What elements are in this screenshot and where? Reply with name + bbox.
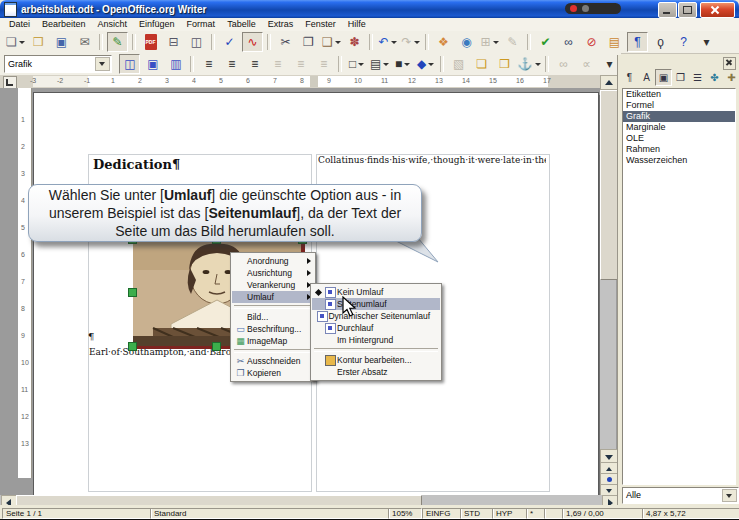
page-preview-icon[interactable]: ◫ (186, 32, 207, 52)
insert-table-icon[interactable]: ⊞ (479, 32, 500, 52)
paste-icon[interactable]: ❑ (321, 32, 342, 52)
page-styles-icon[interactable]: ❐ (672, 69, 689, 86)
edit-file-icon[interactable]: ✎ (107, 32, 128, 52)
wrap-dynamic-item[interactable]: Dynamischer Seitenumlauf (312, 310, 440, 322)
borders-icon[interactable]: □ (346, 54, 367, 74)
anchor-icon[interactable]: ⚓ (517, 54, 541, 74)
status-size[interactable]: 4,87 x 5,72 (642, 508, 739, 519)
wrap-page-item[interactable]: Seitenumlauf (312, 298, 440, 310)
minimize-button[interactable] (658, 2, 677, 18)
chevron-down-icon[interactable] (722, 489, 737, 502)
status-selection-mode[interactable]: STD (460, 508, 494, 519)
document-heading[interactable]: Dedication¶ (93, 157, 180, 172)
border-color-icon[interactable]: ■ (392, 54, 413, 74)
hyperlink-icon[interactable]: ◉ (456, 32, 477, 52)
nonprinting-chars-icon[interactable]: ¶ (627, 32, 648, 52)
wrap-background-item[interactable]: Im Hintergrund (312, 334, 440, 346)
resize-handle[interactable] (212, 342, 221, 351)
bring-to-front-icon[interactable]: ❏ (471, 54, 492, 74)
format-paintbrush-icon[interactable]: ✽ (344, 32, 365, 52)
graphics-mode-icon[interactable]: ▧ (448, 54, 469, 74)
find-replace-icon[interactable]: ∞ (558, 32, 579, 52)
status-position[interactable]: 1,69 / 0,00 (562, 508, 644, 519)
menu-hilfe[interactable]: Hilfe (342, 18, 372, 31)
new-document-icon[interactable]: ❏ (5, 32, 26, 52)
ctx-kopieren[interactable]: ❐Kopieren (232, 367, 314, 379)
toolbar-overflow-icon[interactable]: ▾ (696, 32, 717, 52)
vertical-ruler[interactable]: 12345678910111213 (18, 88, 32, 478)
ctx-verankerung[interactable]: Verankerung (232, 279, 314, 291)
status-hyperlink-mode[interactable]: HYP (492, 508, 528, 519)
style-list-item[interactable]: Etiketten (623, 89, 735, 100)
menu-ansicht[interactable]: Ansicht (92, 18, 134, 31)
gallery-icon[interactable]: ❖ (433, 32, 454, 52)
menu-einfuegen[interactable]: Einfügen (133, 18, 181, 31)
draw-functions-icon[interactable]: ✎ (502, 32, 523, 52)
align-right-icon[interactable]: ≡ (244, 54, 265, 74)
align-center-icon[interactable]: ≡ (221, 54, 242, 74)
style-list-item[interactable]: OLE (623, 133, 735, 144)
export-pdf-icon[interactable]: PDF (140, 32, 161, 52)
menu-bearbeiten[interactable]: Bearbeiten (36, 18, 92, 31)
email-icon[interactable]: ✉ (74, 32, 95, 52)
frame-style-combo[interactable]: Grafik (4, 55, 112, 73)
style-list-item[interactable]: Marginale (623, 122, 735, 133)
style-list-item[interactable]: Formel (623, 100, 735, 111)
align-middle-icon[interactable]: ≡ (290, 54, 311, 74)
print-icon[interactable]: ⊟ (163, 32, 184, 52)
scroll-up-button[interactable] (600, 75, 618, 90)
fill-format-icon[interactable]: ✤ (706, 69, 723, 86)
datasources-icon[interactable]: ▤ (604, 32, 625, 52)
wrap-page-icon[interactable]: ▣ (142, 54, 163, 74)
ctx-anordnung[interactable]: Anordnung (232, 255, 314, 267)
style-list-item[interactable]: Grafik (623, 111, 735, 122)
horizontal-ruler[interactable]: -3-2-11234567891011121314151617 (0, 75, 617, 89)
style-list-item[interactable]: Wasserzeichen (623, 155, 735, 166)
resize-handle[interactable] (128, 288, 137, 297)
wrap-through-icon[interactable]: ▥ (165, 54, 186, 74)
character-styles-icon[interactable]: A (638, 69, 655, 86)
spellcheck-icon[interactable]: ✓ (219, 32, 240, 52)
check-icon[interactable]: ✔ (535, 32, 556, 52)
menu-extras[interactable]: Extras (262, 18, 300, 31)
menu-format[interactable]: Format (181, 18, 222, 31)
auto-spellcheck-icon[interactable]: ∿ (242, 32, 263, 52)
border-style-icon[interactable]: ▤ (369, 54, 390, 74)
help-icon[interactable]: ? (673, 32, 694, 52)
list-styles-icon[interactable]: ☰ (689, 69, 706, 86)
menu-datei[interactable]: Datei (3, 18, 36, 31)
wrap-through-item[interactable]: Durchlauf (312, 322, 440, 334)
ctx-umlauf[interactable]: Umlauf (232, 291, 314, 303)
menu-tabelle[interactable]: Tabelle (221, 18, 262, 31)
wrap-none-icon[interactable]: ◫ (119, 54, 140, 74)
wrap-none-item[interactable]: Kein Umlauf (312, 286, 440, 298)
title-bar[interactable]: arbeitsblatt.odt - OpenOffice.org Writer (0, 0, 739, 18)
open-icon[interactable]: ❒ (28, 32, 49, 52)
undo-icon[interactable]: ↶ (377, 32, 398, 52)
zoom-icon[interactable]: ϙ (650, 32, 671, 52)
align-bottom-icon[interactable]: ≡ (313, 54, 334, 74)
paragraph-styles-icon[interactable]: ¶ (621, 69, 638, 86)
style-list-item[interactable]: Rahmen (623, 144, 735, 155)
background-color-icon[interactable]: ◆ (415, 54, 436, 74)
edit-contour-item[interactable]: Kontur bearbeiten... (312, 354, 440, 366)
ctx-ausrichtung[interactable]: Ausrichtung (232, 267, 314, 279)
resize-handle[interactable] (128, 342, 137, 351)
align-left-icon[interactable]: ≡ (198, 54, 219, 74)
status-zoom[interactable]: 105% (388, 508, 422, 519)
style-filter-combo[interactable]: Alle (622, 487, 739, 504)
status-style[interactable]: Standard (150, 508, 390, 519)
new-style-icon[interactable]: ✚ (723, 69, 739, 86)
frame-styles-icon[interactable]: ▣ (655, 69, 672, 86)
chevron-down-icon[interactable] (95, 57, 110, 71)
ctx-ausschneiden[interactable]: ✂Ausschneiden (232, 355, 314, 367)
unlink-frames-icon[interactable]: ∝ (576, 54, 597, 74)
ctx-bild[interactable]: Bild... (232, 311, 314, 323)
restore-button[interactable] (678, 2, 697, 18)
first-paragraph-item[interactable]: Erster Absatz (312, 366, 440, 378)
copy-icon[interactable]: ❐ (298, 32, 319, 52)
vertical-scroll-thumb[interactable] (600, 90, 618, 280)
cut-icon[interactable]: ✂ (275, 32, 296, 52)
ctx-beschriftung[interactable]: ▭Beschriftung... (232, 323, 314, 335)
align-top-icon[interactable]: ≡ (267, 54, 288, 74)
